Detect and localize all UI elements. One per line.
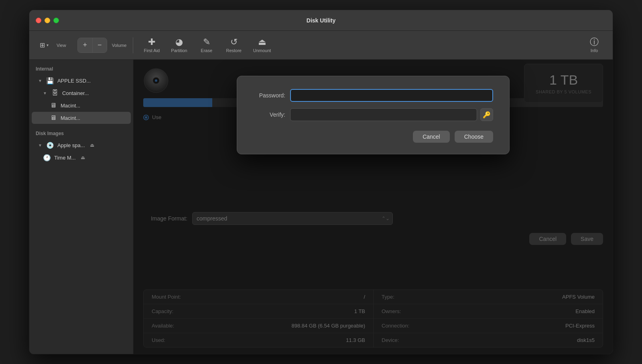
dialog-buttons: Cancel Choose	[253, 131, 493, 143]
eject-icon[interactable]: ⏏	[90, 142, 94, 148]
password-label: Password:	[253, 92, 285, 99]
view-label: View	[57, 43, 66, 48]
add-volume-button[interactable]: +	[78, 38, 92, 53]
password-generator-button[interactable]: 🔑	[480, 108, 493, 121]
restore-button[interactable]: ↺ Restore	[222, 35, 246, 55]
verify-field-row: Verify: 🔑	[253, 108, 493, 121]
dialog-choose-button[interactable]: Choose	[455, 131, 493, 143]
disk-images-section-label: Disk Images	[29, 129, 133, 139]
sidebar-item-label: Container...	[62, 90, 89, 96]
volume-controls: + −	[77, 38, 107, 53]
restore-label: Restore	[226, 48, 242, 53]
chevron-down-icon: ▼	[38, 79, 42, 83]
main-area: Internal ▼ 💾 APPLE SSD... ▼ 🗄 Container.…	[29, 60, 613, 354]
password-input[interactable]	[290, 89, 493, 102]
sidebar-item-time-machine[interactable]: 🕐 Time M... ⏏	[32, 152, 131, 164]
toolbar-right: ⓘ Info	[582, 35, 606, 55]
password-dialog: Password: Verify: 🔑	[237, 76, 510, 154]
minimize-button[interactable]	[45, 18, 50, 23]
separator-1	[133, 37, 133, 53]
window-title: Disk Utility	[307, 17, 335, 24]
partition-button[interactable]: ◕ Partition	[167, 35, 191, 55]
sidebar: Internal ▼ 💾 APPLE SSD... ▼ 🗄 Container.…	[29, 60, 134, 354]
info-label: Info	[591, 48, 598, 53]
volume-icon: 🖥	[49, 101, 57, 109]
content-area: Use 1 TB SHARED BY 5 VOLUMES Password:	[134, 60, 613, 354]
sidebar-item-label: APPLE SSD...	[57, 78, 91, 84]
dialog-cancel-button[interactable]: Cancel	[413, 131, 450, 143]
sidebar-item-label: Apple spa...	[57, 142, 85, 148]
maximize-button[interactable]	[53, 18, 59, 23]
sidebar-item-label: Macint...	[61, 115, 80, 121]
toolbar: ⊞ ▾ View + − Volume ✚ First Aid ◕ Partit…	[29, 31, 613, 60]
sidebar-item-macint-1[interactable]: 🖥 Macint...	[32, 99, 131, 111]
erase-icon: ✎	[203, 38, 210, 47]
container-icon: 🗄	[51, 89, 59, 97]
verify-input-wrapper: 🔑	[290, 108, 493, 121]
unmount-label: Unmount	[253, 48, 271, 53]
sidebar-item-label: Macint...	[61, 103, 80, 109]
unmount-icon: ⏏	[258, 38, 266, 47]
time-machine-icon: 🕐	[43, 154, 51, 162]
erase-label: Erase	[201, 48, 212, 53]
verify-label: Verify:	[253, 111, 285, 118]
chevron-down-icon: ▼	[43, 91, 47, 95]
info-icon: ⓘ	[590, 38, 599, 47]
partition-label: Partition	[171, 48, 187, 53]
sparse-icon: 💿	[46, 141, 54, 149]
info-button[interactable]: ⓘ Info	[582, 35, 606, 55]
view-icon: ⊞	[40, 41, 45, 49]
eject-icon[interactable]: ⏏	[81, 155, 85, 160]
traffic-lights	[36, 18, 59, 23]
sidebar-item-apple-ssd[interactable]: ▼ 💾 APPLE SSD...	[32, 75, 131, 87]
restore-icon: ↺	[230, 38, 238, 47]
close-button[interactable]	[36, 18, 41, 23]
sidebar-item-apple-sparse[interactable]: ▼ 💿 Apple spa... ⏏	[32, 139, 131, 151]
internal-section-label: Internal	[29, 65, 133, 74]
password-field-row: Password:	[253, 89, 493, 102]
view-chevron: ▾	[47, 43, 49, 47]
unmount-button[interactable]: ⏏ Unmount	[249, 35, 275, 55]
chevron-down-icon: ▼	[38, 143, 42, 148]
sidebar-item-label: Time M...	[54, 155, 76, 161]
app-window: Disk Utility ⊞ ▾ View + − Volume ✚ First…	[29, 10, 613, 354]
view-button[interactable]: ⊞ ▾	[36, 39, 53, 51]
erase-button[interactable]: ✎ Erase	[195, 35, 219, 55]
first-aid-icon: ✚	[148, 38, 155, 47]
verify-input[interactable]	[290, 108, 477, 121]
title-bar: Disk Utility	[29, 10, 613, 31]
sidebar-item-macint-2[interactable]: 🖥 Macint...	[32, 112, 131, 124]
sidebar-item-container[interactable]: ▼ 🗄 Container...	[32, 87, 131, 99]
partition-icon: ◕	[175, 38, 183, 47]
remove-volume-button[interactable]: −	[92, 38, 107, 53]
first-aid-label: First Aid	[144, 48, 160, 53]
volume-label: Volume	[112, 43, 127, 48]
volume-icon: 🖥	[49, 114, 57, 122]
ssd-icon: 💾	[46, 77, 54, 85]
dialog-overlay: Password: Verify: 🔑	[134, 60, 613, 354]
content-main: Use 1 TB SHARED BY 5 VOLUMES Password:	[134, 60, 613, 354]
first-aid-button[interactable]: ✚ First Aid	[140, 35, 164, 55]
